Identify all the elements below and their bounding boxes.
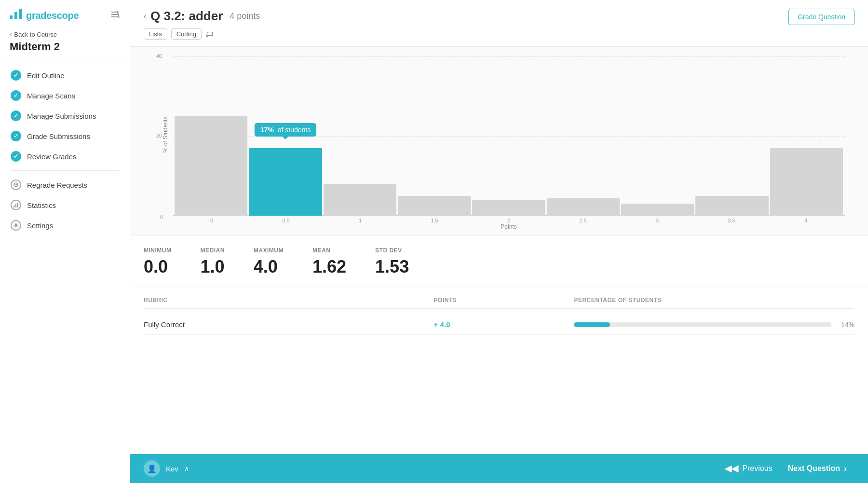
stat-median-label: MEDIAN — [201, 247, 225, 254]
rubric-section: RUBRIC POINTS PERCENTAGE OF STUDENTS Ful… — [130, 287, 868, 454]
x-tick-15: 1.5 — [397, 218, 472, 223]
logo-icon — [10, 9, 22, 22]
x-tick-35: 3.5 — [694, 218, 769, 223]
sidebar-item-label: Grade Submissions — [27, 132, 90, 140]
tag-add-icon[interactable]: 🏷 — [205, 30, 213, 39]
bar-0[interactable] — [175, 116, 247, 216]
back-to-course-link[interactable]: Back to Course — [10, 30, 120, 39]
main-scroll: % of Students 40 20 0 — [130, 47, 868, 454]
bar-5[interactable] — [547, 198, 620, 216]
bar-8[interactable] — [770, 148, 843, 216]
stat-minimum: MINIMUM 0.0 — [144, 247, 172, 277]
statistics-icon — [11, 200, 21, 210]
x-tick-0: 0 — [175, 218, 249, 223]
chart-container: % of Students 40 20 0 — [144, 56, 854, 230]
top-bar: ‹ Q 3.2: adder 4 points Lists Coding 🏷 G… — [130, 0, 868, 47]
sidebar-item-grade-submissions[interactable]: Grade Submissions — [0, 126, 130, 146]
bar-4[interactable] — [472, 200, 545, 216]
sidebar-item-label: Statistics — [27, 201, 56, 209]
stat-maximum: MAXIMUM 4.0 — [254, 247, 284, 277]
prev-arrow-icon: ◀◀ — [725, 463, 738, 474]
sidebar-item-label: Manage Submissions — [27, 112, 96, 120]
tag-coding[interactable]: Coding — [171, 28, 202, 40]
bar-6[interactable] — [621, 204, 694, 216]
x-tick-1: 1 — [323, 218, 397, 223]
sidebar-item-label: Review Grades — [27, 152, 77, 161]
svg-rect-9 — [15, 204, 16, 207]
user-menu-chevron[interactable]: ∧ — [184, 465, 189, 472]
prev-label: Previous — [742, 464, 772, 473]
y-axis-label: % of Students — [162, 117, 169, 153]
svg-point-7 — [14, 183, 18, 187]
stat-median-value: 1.0 — [201, 257, 225, 277]
pct-label: 14% — [837, 321, 854, 329]
previous-button[interactable]: ◀◀ Previous — [717, 459, 780, 478]
next-label: Next Question — [788, 464, 840, 473]
bar-1[interactable]: 17% of students — [249, 148, 322, 216]
top-bar-left: ‹ Q 3.2: adder 4 points Lists Coding 🏷 — [144, 9, 260, 40]
question-nav-chevron[interactable]: ‹ — [144, 11, 147, 21]
pct-bar-background — [574, 322, 831, 327]
bar-2[interactable] — [324, 184, 396, 216]
next-arrow-icon: › — [844, 464, 847, 474]
sidebar-item-statistics[interactable]: Statistics — [0, 195, 130, 215]
stats-row: MINIMUM 0.0 MEDIAN 1.0 MAXIMUM 4.0 MEAN … — [144, 247, 854, 277]
stat-maximum-label: MAXIMUM — [254, 247, 284, 254]
bar-7[interactable] — [695, 196, 768, 216]
sidebar-item-manage-submissions[interactable]: Manage Submissions — [0, 106, 130, 126]
rubric-col-points: POINTS — [424, 297, 574, 304]
sidebar-item-edit-outline[interactable]: Edit Outline — [0, 65, 130, 85]
collapse-icon[interactable] — [110, 11, 120, 21]
nav-divider — [11, 170, 119, 171]
x-axis-ticks: 0 0.5 1 1.5 2 2.5 3 3.5 4 — [175, 218, 843, 223]
course-title: Midterm 2 — [10, 41, 120, 53]
check-icon — [11, 151, 21, 162]
sidebar-item-review-grades[interactable]: Review Grades — [0, 146, 130, 166]
question-title: ‹ Q 3.2: adder 4 points — [144, 9, 260, 24]
user-icon: 👤 — [147, 464, 157, 473]
svg-rect-10 — [17, 203, 18, 207]
stat-mean-label: MEAN — [312, 247, 346, 254]
chart-tooltip: 17% of students — [255, 123, 316, 137]
bottom-bar: 👤 Kev ∧ ◀◀ Previous Next Question › — [130, 454, 868, 483]
svg-point-11 — [15, 224, 17, 226]
main-content: ‹ Q 3.2: adder 4 points Lists Coding 🏷 G… — [130, 0, 868, 483]
next-question-button[interactable]: Next Question › — [780, 460, 854, 478]
stat-mean-value: 1.62 — [312, 257, 346, 277]
sidebar-item-settings[interactable]: Settings — [0, 215, 130, 235]
logo-area: gradescope — [10, 9, 120, 22]
tag-lists[interactable]: Lists — [144, 28, 167, 40]
stat-median: MEDIAN 1.0 — [201, 247, 225, 277]
user-name: Kev — [166, 465, 178, 473]
statistics-section: MINIMUM 0.0 MEDIAN 1.0 MAXIMUM 4.0 MEAN … — [130, 235, 868, 287]
sidebar-item-label: Regrade Requests — [27, 181, 87, 189]
gear-icon — [11, 220, 21, 231]
check-icon — [11, 110, 21, 121]
bar-3[interactable] — [398, 196, 471, 216]
sidebar-item-regrade-requests[interactable]: Regrade Requests — [0, 175, 130, 195]
rubric-item-points: + 4.0 — [424, 320, 574, 329]
stat-maximum-value: 4.0 — [254, 257, 284, 277]
x-tick-05: 0.5 — [249, 218, 323, 223]
sidebar-header: gradescope Back to Course Midterm 2 — [0, 0, 130, 59]
rubric-col-rubric: RUBRIC — [144, 297, 424, 304]
svg-rect-2 — [19, 9, 22, 19]
logo-text: gradescope — [26, 10, 79, 21]
back-link-text: Back to Course — [14, 31, 57, 38]
check-icon — [11, 90, 21, 101]
stat-stddev: STD DEV 1.53 — [375, 247, 409, 277]
bottom-bar-left: 👤 Kev ∧ — [144, 460, 189, 477]
y-tick-20: 20 — [156, 133, 162, 138]
grade-question-button[interactable]: Grade Question — [788, 9, 854, 25]
rubric-item-pct-cell: 14% — [574, 321, 854, 329]
sidebar: gradescope Back to Course Midterm 2 Edi — [0, 0, 130, 483]
rubric-header: RUBRIC POINTS PERCENTAGE OF STUDENTS — [144, 297, 854, 309]
y-tick-40: 40 — [156, 53, 162, 59]
question-name: Q 3.2: adder — [150, 9, 223, 24]
user-avatar: 👤 — [144, 460, 160, 477]
question-points: 4 points — [230, 11, 260, 21]
sidebar-item-label: Manage Scans — [27, 92, 75, 100]
sidebar-item-manage-scans[interactable]: Manage Scans — [0, 85, 130, 106]
tooltip-pct: 17% — [260, 126, 274, 134]
stat-mean: MEAN 1.62 — [312, 247, 346, 277]
